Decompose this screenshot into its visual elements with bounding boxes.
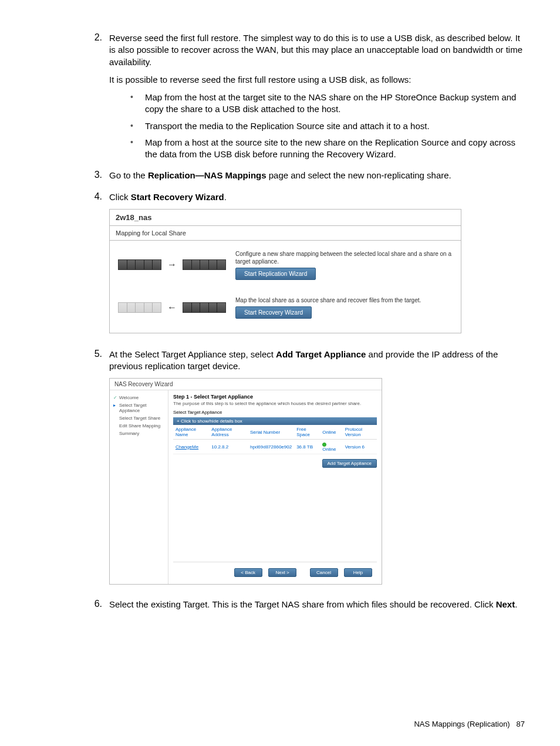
device-icon <box>183 259 226 270</box>
list-item-3: 3. Go to the Replication—NAS Mappings pa… <box>35 170 525 187</box>
start-recovery-wizard-button[interactable]: Start Recovery Wizard <box>235 306 312 319</box>
details-toggle-bar[interactable]: + Click to show/hide details box <box>173 417 377 425</box>
bold-text: Next <box>496 599 515 609</box>
cell-appliance-address: 10.2.8.2 <box>209 440 248 454</box>
bold-text: Start Recovery Wizard <box>131 192 224 202</box>
col-protocol-version[interactable]: Protocol Version <box>343 425 377 440</box>
status-dot-icon <box>322 443 326 447</box>
wizard-step-select-appliance[interactable]: Select Target Appliance <box>113 401 164 414</box>
bullet-text: Map from a host at the source site to th… <box>145 137 525 161</box>
page-number: 87 <box>517 720 525 728</box>
next-button[interactable]: Next > <box>268 568 296 577</box>
list-item-6: 6. Select the existing Target. This is t… <box>35 599 525 616</box>
paragraph: Reverse seed the first full restore. The… <box>109 32 525 68</box>
arrow-right-icon: → <box>165 259 179 270</box>
recovery-wizard-dialog: NAS Recovery Wizard Welcome Select Targe… <box>109 378 382 585</box>
bullet-item: • Transport the media to the Replication… <box>130 120 525 132</box>
paragraph: Select the existing Target. This is the … <box>109 599 525 610</box>
list-number: 5. <box>90 349 109 596</box>
recovery-row: ← Map the local share as a source share … <box>118 296 453 319</box>
help-button[interactable]: Help <box>344 568 372 577</box>
paragraph: Go to the Replication—NAS Mappings page … <box>109 170 525 181</box>
device-icon <box>118 302 161 313</box>
bullet-icon: • <box>130 137 133 161</box>
select-label: Select Target Appliance <box>173 410 377 415</box>
list-item-5: 5. At the Select Target Appliance step, … <box>35 349 525 596</box>
cell-protocol-version: Version 6 <box>343 440 377 454</box>
page-footer: NAS Mappings (Replication) 87 <box>414 720 525 728</box>
cell-serial-number: hpd69d872860e902 <box>248 440 294 454</box>
wizard-steps-sidebar: Welcome Select Target Appliance Select T… <box>110 390 168 584</box>
dialog-title: NAS Recovery Wizard <box>110 379 382 390</box>
row-description: Map the local share as a source share an… <box>235 296 453 304</box>
panel-subtitle: Mapping for Local Share <box>110 226 461 241</box>
step-heading: Step 1 - Select Target Appliance <box>173 394 377 400</box>
bullet-text: Transport the media to the Replication S… <box>145 120 430 132</box>
replication-row: → Configure a new share mapping between … <box>118 250 453 280</box>
col-serial-number[interactable]: Serial Number <box>248 425 294 440</box>
row-description: Configure a new share mapping between th… <box>235 250 453 265</box>
col-appliance-name[interactable]: Appliance Name <box>173 425 209 440</box>
appliance-table: Appliance Name Appliance Address Serial … <box>173 425 377 454</box>
back-button[interactable]: < Back <box>234 568 262 577</box>
start-replication-wizard-button[interactable]: Start Replication Wizard <box>235 268 316 280</box>
bullet-icon: • <box>130 120 133 132</box>
arrow-left-icon: ← <box>165 302 179 313</box>
bold-text: Add Target Appliance <box>276 349 366 359</box>
bullet-item: • Map from the host at the target site t… <box>130 92 525 116</box>
add-target-appliance-button[interactable]: Add Target Appliance <box>322 459 377 468</box>
bullet-item: • Map from a host at the source site to … <box>130 137 525 161</box>
wizard-step-edit-mapping[interactable]: Edit Share Mapping <box>113 422 164 430</box>
table-row[interactable]: ChangeMe 10.2.8.2 hpd69d872860e902 36.8 … <box>173 440 377 454</box>
device-icon <box>118 259 161 270</box>
bold-text: Replication—NAS Mappings <box>148 170 266 180</box>
paragraph: It is possible to reverse seed the first… <box>109 74 525 86</box>
cell-online: Online <box>320 440 342 454</box>
list-number: 3. <box>90 170 109 187</box>
bullet-text: Map from the host at the target site to … <box>145 92 525 116</box>
col-appliance-address[interactable]: Appliance Address <box>209 425 248 440</box>
mapping-panel: 2w18_nas Mapping for Local Share → Confi… <box>109 209 461 333</box>
footer-label: NAS Mappings (Replication) <box>414 720 510 728</box>
wizard-step-select-share[interactable]: Select Target Share <box>113 414 164 422</box>
panel-title: 2w18_nas <box>110 210 461 226</box>
document-page: 2. Reverse seed the first full restore. … <box>0 0 560 746</box>
paragraph: Click Start Recovery Wizard. <box>109 191 525 203</box>
step-description: The purpose of this step is to select th… <box>173 401 377 406</box>
list-number: 6. <box>90 599 109 616</box>
col-free-space[interactable]: Free Space <box>294 425 320 440</box>
col-online[interactable]: Online <box>320 425 342 440</box>
paragraph: At the Select Target Appliance step, sel… <box>109 349 525 373</box>
device-icon <box>183 302 226 313</box>
cancel-button[interactable]: Cancel <box>310 568 338 577</box>
wizard-footer: < Back Next > Cancel Help <box>173 562 377 580</box>
bullet-icon: • <box>130 92 133 116</box>
list-item-4: 4. Click Start Recovery Wizard. 2w18_nas… <box>35 191 525 345</box>
cell-appliance-name[interactable]: ChangeMe <box>173 440 209 454</box>
wizard-step-welcome[interactable]: Welcome <box>113 394 164 401</box>
cell-free-space: 36.8 TB <box>294 440 320 454</box>
list-number: 4. <box>90 191 109 345</box>
wizard-step-summary[interactable]: Summary <box>113 430 164 437</box>
list-item-2: 2. Reverse seed the first full restore. … <box>35 32 525 166</box>
list-number: 2. <box>90 32 109 166</box>
